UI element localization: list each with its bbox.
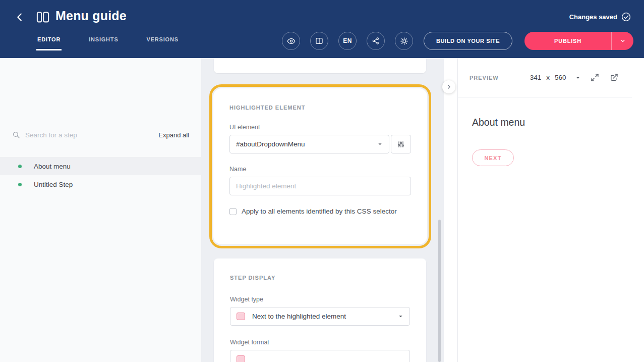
widget-format-select[interactable]	[230, 350, 410, 362]
language-button[interactable]: EN	[338, 32, 357, 50]
section-title: HIGHLIGHTED ELEMENT	[229, 105, 411, 111]
step-item-label: Untitled Step	[34, 181, 73, 188]
step-item-about-menu[interactable]: About menu	[0, 157, 201, 175]
ui-element-value: #aboutDropdownMenu	[236, 140, 377, 148]
widget-format-label: Widget format	[230, 339, 410, 346]
selector-settings-button[interactable]	[391, 135, 411, 153]
name-label: Name	[229, 166, 411, 173]
tab-insights[interactable]: INSIGHTS	[88, 32, 119, 50]
widget-type-value: Next to the highlighted element	[252, 313, 398, 320]
previous-settings-card	[214, 58, 426, 73]
step-status-dot	[18, 183, 22, 186]
chevron-down-icon	[398, 314, 403, 319]
top-header: Menu guide Changes saved EDITOR INSIGHTS…	[0, 0, 644, 58]
eye-icon	[287, 37, 296, 45]
preview-next-button[interactable]: NEXT	[472, 149, 514, 166]
step-editor-area: HIGHLIGHTED ELEMENT UI element #aboutDro…	[202, 58, 444, 362]
share-button[interactable]	[367, 32, 385, 50]
step-search-row: Expand all	[12, 127, 189, 142]
highlighted-element-name-input[interactable]	[229, 177, 411, 195]
preview-eye-button[interactable]	[282, 32, 300, 50]
widget-format-icon	[237, 355, 245, 362]
size-separator: x	[546, 74, 550, 81]
sliders-icon	[397, 140, 405, 148]
apply-all-label: Apply to all elements identified by this…	[242, 208, 397, 215]
chevron-right-icon	[446, 84, 452, 90]
tab-versions[interactable]: VERSIONS	[146, 32, 180, 50]
preview-width: 341	[530, 74, 542, 81]
open-in-new-tab-button[interactable]	[609, 73, 619, 83]
step-search-input[interactable]	[25, 131, 153, 139]
changes-saved-label: Changes saved	[569, 13, 617, 21]
app-window: Menu guide Changes saved EDITOR INSIGHTS…	[0, 0, 644, 362]
preview-step-title: About menu	[472, 117, 630, 128]
header-toolbar: EN	[282, 32, 413, 50]
step-list: About menu Untitled Step	[0, 157, 201, 193]
highlighted-element-card: HIGHLIGHTED ELEMENT UI element #aboutDro…	[213, 88, 427, 244]
chevron-down-icon	[575, 75, 580, 80]
gear-icon	[400, 37, 408, 45]
tab-editor[interactable]: EDITOR	[36, 32, 62, 50]
layout-panel-icon	[315, 37, 323, 45]
editor-scrollbar[interactable]	[438, 220, 441, 362]
preview-label: PREVIEW	[470, 75, 499, 81]
chevron-left-icon	[14, 12, 25, 23]
preview-panel: PREVIEW 341 x 560	[457, 58, 644, 362]
widget-tooltip-icon	[237, 313, 245, 320]
step-display-card: STEP DISPLAY Widget type Next to the hig…	[214, 258, 426, 362]
changes-saved-status: Changes saved	[569, 12, 631, 22]
ui-element-row: #aboutDropdownMenu	[229, 135, 411, 153]
settings-button[interactable]	[395, 32, 413, 50]
highlighted-element-ring: HIGHLIGHTED ELEMENT UI element #aboutDro…	[209, 84, 431, 248]
share-icon	[372, 37, 380, 45]
app-logo-icon	[35, 10, 50, 25]
collapse-preview-button[interactable]	[442, 80, 455, 93]
apply-all-checkbox[interactable]	[229, 208, 237, 215]
widget-type-select[interactable]: Next to the highlighted element	[230, 307, 410, 326]
back-button[interactable]	[12, 10, 27, 25]
publish-dropdown-toggle[interactable]	[611, 32, 633, 50]
search-icon	[12, 131, 20, 139]
layout-button[interactable]	[310, 32, 328, 50]
chevron-down-icon	[620, 38, 626, 44]
preview-region: PREVIEW 341 x 560	[444, 58, 644, 362]
editor-tabs: EDITOR INSIGHTS VERSIONS	[36, 32, 180, 50]
publish-button[interactable]: PUBLISH	[524, 32, 611, 50]
ui-element-select[interactable]: #aboutDropdownMenu	[229, 135, 389, 153]
page-title: Menu guide	[55, 9, 127, 23]
section-title: STEP DISPLAY	[230, 275, 410, 281]
preview-size-selector[interactable]: 341 x 560	[530, 74, 580, 81]
preview-header-actions	[590, 73, 619, 83]
preview-header: PREVIEW 341 x 560	[458, 58, 632, 97]
step-item-label: About menu	[34, 163, 71, 170]
ui-element-label: UI element	[229, 124, 411, 131]
publish-split-button: PUBLISH	[524, 32, 633, 50]
expand-all-link[interactable]: Expand all	[158, 131, 189, 139]
language-label: EN	[343, 37, 352, 44]
expand-icon	[591, 73, 599, 82]
check-circle-icon	[621, 12, 631, 22]
apply-all-row: Apply to all elements identified by this…	[229, 208, 411, 215]
preview-body: About menu NEXT	[458, 97, 644, 166]
build-on-your-site-button[interactable]: BUILD ON YOUR SITE	[424, 32, 512, 50]
fullscreen-button[interactable]	[590, 73, 600, 83]
step-status-dot	[18, 165, 22, 168]
step-item-untitled-step[interactable]: Untitled Step	[0, 175, 201, 193]
widget-type-label: Widget type	[230, 296, 410, 303]
steps-sidebar: Expand all About menu Untitled Step	[0, 58, 202, 362]
chevron-down-icon	[377, 141, 383, 147]
preview-height: 560	[555, 74, 566, 81]
external-link-icon	[610, 73, 618, 82]
